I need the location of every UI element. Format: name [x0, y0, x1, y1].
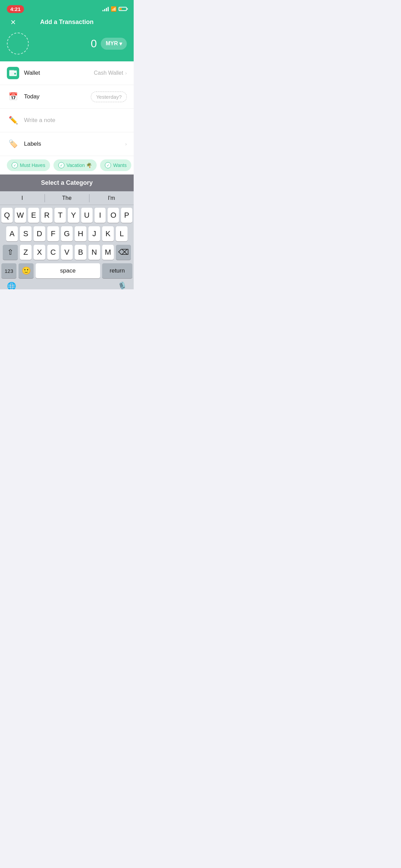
svg-rect-3 — [9, 70, 14, 71]
key-v[interactable]: V — [61, 245, 73, 260]
emoji-key[interactable]: 🙂 — [19, 263, 34, 278]
labels-label: Labels — [24, 141, 125, 147]
key-t[interactable]: T — [54, 208, 66, 223]
labels-chevron-icon: › — [125, 141, 127, 147]
currency-label: MYR — [106, 40, 118, 47]
key-u[interactable]: U — [81, 208, 93, 223]
chip-must-haves[interactable]: ✓ Must Haves — [7, 159, 50, 171]
microphone-icon[interactable]: 🎙️ — [118, 282, 127, 289]
status-icons: 📶 — [102, 6, 127, 12]
chip-wants[interactable]: ✓ Wants — [100, 159, 131, 171]
key-o[interactable]: O — [108, 208, 119, 223]
autocomplete-item-the[interactable]: The — [45, 195, 89, 201]
header: ✕ Add a Transaction 0 MYR ▾ — [0, 15, 134, 61]
date-label: Today — [24, 93, 91, 100]
wallet-value: Cash Wallet — [94, 70, 123, 76]
amount-currency-group: 0 MYR ▾ — [91, 37, 127, 50]
globe-icon[interactable]: 🌐 — [7, 282, 16, 289]
key-j[interactable]: J — [88, 226, 100, 241]
autocomplete-item-i[interactable]: I — [0, 195, 45, 201]
note-input[interactable] — [24, 117, 127, 124]
key-y[interactable]: Y — [68, 208, 79, 223]
chip-must-label: Must Haves — [20, 162, 45, 168]
date-row[interactable]: 📅 Today Yesterday? — [0, 85, 134, 109]
key-m[interactable]: M — [102, 245, 114, 260]
key-d[interactable]: D — [34, 226, 45, 241]
key-l[interactable]: L — [116, 226, 127, 241]
category-chips-row: ✓ Must Haves ✓ Vacation 🌴 ✓ Wants — [0, 156, 134, 174]
key-x[interactable]: X — [34, 245, 45, 260]
key-c[interactable]: C — [47, 245, 59, 260]
key-w[interactable]: W — [15, 208, 26, 223]
chip-vacation-label: Vacation 🌴 — [66, 162, 92, 168]
wallet-icon — [7, 67, 19, 79]
chip-vacation[interactable]: ✓ Vacation 🌴 — [53, 159, 97, 171]
wifi-icon: 📶 — [111, 6, 117, 12]
key-row-3: ⇧ Z X C V B N M ⌫ — [1, 245, 132, 260]
space-key[interactable]: space — [36, 263, 100, 278]
labels-row[interactable]: 🏷️ Labels › — [0, 132, 134, 156]
key-b[interactable]: B — [75, 245, 86, 260]
chip-vacation-circle: ✓ — [58, 162, 64, 168]
key-n[interactable]: N — [88, 245, 100, 260]
key-a[interactable]: A — [6, 226, 18, 241]
key-f[interactable]: F — [47, 226, 59, 241]
avatar-placeholder[interactable] — [7, 33, 29, 55]
select-category-text: Select a Category — [41, 179, 93, 186]
yesterday-button-wrapper[interactable]: Yesterday? — [91, 92, 127, 102]
key-e[interactable]: E — [28, 208, 39, 223]
key-k[interactable]: K — [102, 226, 114, 241]
key-r[interactable]: R — [41, 208, 52, 223]
chevron-right-icon: › — [125, 70, 127, 76]
calendar-icon: 📅 — [7, 91, 19, 103]
currency-selector[interactable]: MYR ▾ — [101, 38, 127, 50]
key-row-4: 123 🙂 space return — [1, 263, 132, 278]
keyboard: Q W E R T Y U I O P A S D F G H J K L ⇧ … — [0, 205, 134, 280]
key-i[interactable]: I — [95, 208, 106, 223]
autocomplete-row: I The I'm — [0, 191, 134, 205]
signal-bars-icon — [102, 7, 109, 11]
key-s[interactable]: S — [20, 226, 32, 241]
note-row[interactable]: ✏️ — [0, 109, 134, 132]
status-bar: 4:21 📶 — [0, 0, 134, 15]
key-g[interactable]: G — [61, 226, 73, 241]
key-row-1: Q W E R T Y U I O P — [1, 208, 132, 223]
key-z[interactable]: Z — [20, 245, 32, 260]
pencil-icon: ✏️ — [7, 114, 19, 126]
autocomplete-item-im[interactable]: I'm — [89, 195, 134, 201]
backspace-key[interactable]: ⌫ — [116, 245, 131, 260]
tag-icon: 🏷️ — [7, 138, 19, 150]
wallet-value-group: Cash Wallet › — [94, 70, 127, 76]
chevron-down-icon: ▾ — [119, 40, 122, 47]
wallet-label: Wallet — [24, 70, 94, 76]
return-key[interactable]: return — [102, 263, 132, 278]
header-amount-row: 0 MYR ▾ — [7, 33, 127, 55]
bottom-bar: 🌐 🎙️ — [0, 280, 134, 289]
wallet-row[interactable]: Wallet Cash Wallet › — [0, 61, 134, 85]
battery-icon — [119, 7, 127, 11]
select-category-banner: Select a Category — [0, 174, 134, 191]
chip-wants-label: Wants — [113, 162, 126, 168]
chip-must-circle: ✓ — [12, 162, 18, 168]
svg-point-2 — [14, 73, 16, 75]
status-time: 4:21 — [7, 5, 24, 13]
numbers-key[interactable]: 123 — [1, 263, 16, 278]
key-h[interactable]: H — [75, 226, 86, 241]
page-title: Add a Transaction — [40, 19, 94, 26]
chip-wants-circle: ✓ — [105, 162, 111, 168]
key-q[interactable]: Q — [1, 208, 13, 223]
close-button[interactable]: ✕ — [7, 16, 19, 28]
key-row-2: A S D F G H J K L — [1, 226, 132, 241]
header-top: ✕ Add a Transaction — [7, 19, 127, 26]
shift-key[interactable]: ⇧ — [3, 245, 18, 260]
yesterday-button[interactable]: Yesterday? — [91, 92, 127, 102]
amount-value: 0 — [91, 37, 97, 50]
key-p[interactable]: P — [121, 208, 132, 223]
